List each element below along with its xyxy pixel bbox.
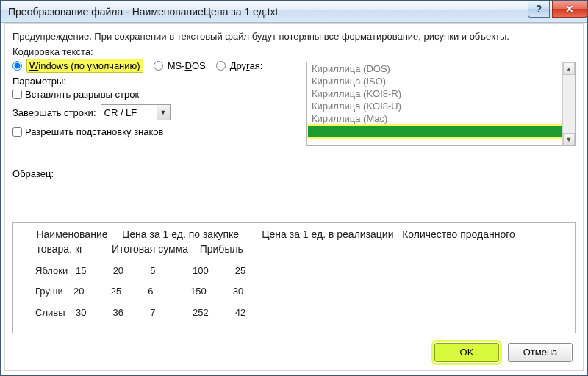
sample-header: товара, кг Итоговая сумма Прибыль [22, 242, 566, 256]
radio-msdos[interactable]: MS-DOS [154, 60, 206, 71]
checkbox-allow-subst-label: Разрешить подстановку знаков [25, 126, 164, 137]
cancel-button[interactable]: Отмена [508, 343, 573, 362]
scrollbar[interactable]: ▲ ▼ [562, 62, 575, 145]
radio-other-input[interactable] [216, 61, 226, 70]
radio-windows[interactable]: Windows (по умолчанию) [12, 59, 143, 73]
radio-other-label: Другая: [230, 60, 263, 71]
encoding-listbox[interactable]: Кириллица (DOS) Кириллица (ISO) Кириллиц… [306, 62, 576, 146]
sample-label: Образец: [12, 168, 576, 179]
list-item[interactable]: Кириллица (DOS) [307, 62, 575, 75]
sample-row: Сливы 30 36 7 252 42 [22, 306, 566, 320]
chevron-down-icon[interactable]: ▼ [157, 105, 170, 120]
titlebar[interactable]: Преобразование файла - НаименованиеЦена … [1, 1, 587, 23]
list-item[interactable]: Кириллица (KOI8-U) [307, 100, 575, 112]
window-buttons: ? ✕ [528, 1, 587, 18]
encoding-label: Кодировка текста: [12, 46, 576, 57]
list-item-selected[interactable]: Кириллица (Windows) [307, 125, 575, 138]
line-ending-label: Завершать строки: [12, 107, 96, 118]
warning-text: Предупреждение. При сохранении в текстов… [12, 31, 576, 42]
line-ending-combo[interactable]: CR / LF ▼ [101, 104, 171, 120]
scroll-down-icon[interactable]: ▼ [563, 133, 575, 145]
list-item[interactable]: Кириллица (Mac) [307, 112, 575, 125]
client-area: Предупреждение. При сохранении в текстов… [4, 23, 584, 371]
list-item[interactable]: Кириллица (ISO) [307, 75, 575, 87]
checkbox-allow-subst-input[interactable] [12, 127, 22, 137]
radio-other[interactable]: Другая: [216, 60, 263, 71]
sample-preview: Наименование Цена за 1 ед. по закупке Це… [12, 222, 576, 333]
dialog-window: Преобразование файла - НаименованиеЦена … [0, 0, 588, 376]
line-ending-value: CR / LF [101, 107, 157, 118]
close-button[interactable]: ✕ [552, 1, 587, 18]
close-icon: ✕ [565, 3, 574, 15]
dialog-footer: OK Отмена [5, 341, 583, 364]
list-item[interactable]: Кириллица (KOI8-R) [307, 87, 575, 100]
checkbox-insert-breaks-input[interactable] [12, 90, 22, 99]
help-icon: ? [536, 3, 542, 15]
scroll-up-icon[interactable]: ▲ [563, 62, 575, 75]
sample-row: Груши 20 25 6 150 30 [22, 285, 566, 299]
help-button[interactable]: ? [528, 1, 550, 18]
radio-windows-label: Windows (по умолчанию) [26, 59, 143, 73]
ok-button[interactable]: OK [434, 343, 499, 362]
checkbox-insert-breaks-label: Вставлять разрывы строк [25, 89, 139, 100]
radio-msdos-label: MS-DOS [168, 60, 206, 71]
radio-windows-input[interactable] [12, 61, 22, 70]
sample-row: Яблоки 15 20 5 100 25 [22, 264, 566, 278]
radio-msdos-input[interactable] [154, 61, 163, 70]
sample-header: Наименование Цена за 1 ед. по закупке Це… [22, 227, 566, 242]
window-title: Преобразование файла - НаименованиеЦена … [8, 5, 528, 18]
